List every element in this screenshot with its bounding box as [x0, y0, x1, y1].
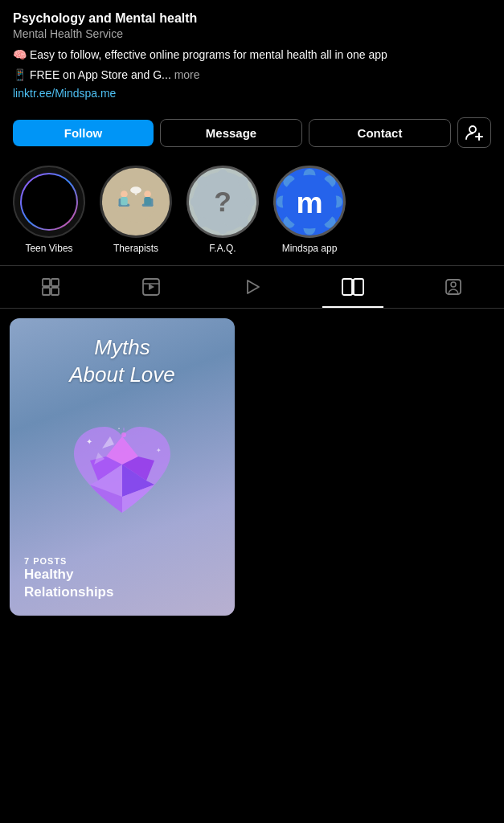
svg-point-19: [197, 217, 207, 227]
svg-text:?: ?: [214, 186, 232, 218]
tag-icon: [444, 277, 463, 297]
highlight-circle-therapists: [100, 166, 172, 238]
highlight-therapists[interactable]: Therapists: [100, 166, 172, 254]
svg-rect-11: [144, 197, 151, 205]
svg-point-18: [217, 223, 227, 234]
svg-text:✦: ✦: [86, 437, 92, 446]
profile-category: Mental Health Service: [13, 27, 491, 40]
crystal-heart-svg: ✦ ✦ •: [66, 420, 178, 525]
guide-card-myths[interactable]: Myths About Love: [10, 318, 235, 616]
highlight-mindspa[interactable]: m Mindspa app: [273, 166, 346, 254]
svg-point-20: [191, 196, 201, 207]
highlight-label-therapists: Therapists: [113, 243, 158, 254]
profile-section: Psychology and Mental health Mental Heal…: [0, 0, 504, 108]
highlights-section: xox Teen Vibes: [0, 158, 504, 265]
svg-point-56: [121, 432, 126, 437]
svg-rect-40: [354, 279, 363, 295]
guide-icon: [342, 277, 364, 297]
profile-link[interactable]: linktr.ee/Mindspa.me: [13, 87, 491, 100]
play-icon: [243, 277, 262, 297]
svg-point-21: [197, 176, 207, 186]
svg-text:m: m: [296, 186, 322, 219]
highlight-label-faq: F.A.Q.: [209, 243, 236, 254]
tab-guide[interactable]: [302, 266, 403, 308]
highlight-label-mindspa: Mindspa app: [282, 243, 338, 254]
highlight-label-teen: Teen Vibes: [25, 243, 72, 254]
svg-rect-33: [43, 279, 50, 286]
action-buttons: Follow Message Contact: [0, 108, 504, 158]
tab-tag[interactable]: [404, 266, 504, 308]
svg-text:•: •: [118, 426, 120, 431]
card-heart-image: ✦ ✦ •: [24, 395, 220, 550]
svg-point-6: [121, 190, 128, 198]
svg-rect-7: [121, 197, 128, 205]
svg-point-43: [451, 282, 456, 287]
more-link[interactable]: more: [174, 68, 200, 81]
card-subtitle: Healthy Relationships: [24, 566, 220, 601]
svg-point-14: [217, 170, 227, 180]
grid-icon: [41, 277, 60, 297]
tab-bar: [0, 265, 504, 309]
message-button[interactable]: Message: [160, 119, 302, 147]
add-friend-button[interactable]: [457, 117, 491, 148]
card-footer: 7 POSTS Healthy Relationships: [24, 556, 220, 601]
svg-text:✦: ✦: [156, 447, 162, 454]
svg-rect-35: [43, 288, 50, 295]
profile-name: Psychology and Mental health: [13, 11, 491, 26]
tab-grid[interactable]: [0, 266, 100, 308]
svg-point-12: [130, 186, 141, 194]
follow-button[interactable]: Follow: [13, 120, 154, 146]
tab-play[interactable]: [202, 266, 302, 308]
svg-rect-39: [342, 279, 352, 295]
highlight-teen-vibes[interactable]: xox Teen Vibes: [13, 166, 85, 254]
svg-point-17: [238, 217, 248, 227]
content-area: Myths About Love: [0, 309, 504, 625]
profile-bio-line2: 📱 FREE on App Store and G... more: [13, 67, 491, 84]
reels-icon: [141, 277, 161, 297]
svg-point-16: [244, 196, 255, 207]
svg-rect-34: [51, 279, 59, 286]
highlight-circle-mindspa: m: [273, 166, 346, 238]
mindspa-illustration: m: [276, 166, 343, 238]
faq-illustration: ?: [189, 166, 256, 238]
svg-point-10: [144, 190, 151, 198]
highlight-circle-teen: xox: [13, 166, 85, 238]
card-title: Myths About Love: [24, 334, 220, 389]
highlight-circle-faq: ?: [186, 166, 259, 238]
svg-rect-36: [51, 288, 59, 295]
svg-point-15: [238, 176, 248, 186]
svg-point-0: [469, 126, 476, 133]
tab-reels[interactable]: [100, 266, 201, 308]
contact-button[interactable]: Contact: [309, 119, 451, 147]
profile-bio-line1: 🧠 Easy to follow, effective online progr…: [13, 47, 491, 63]
therapists-illustration: [112, 178, 160, 226]
card-posts-count: 7 POSTS: [24, 556, 220, 566]
highlight-faq[interactable]: ? F.A.Q.: [186, 166, 259, 254]
